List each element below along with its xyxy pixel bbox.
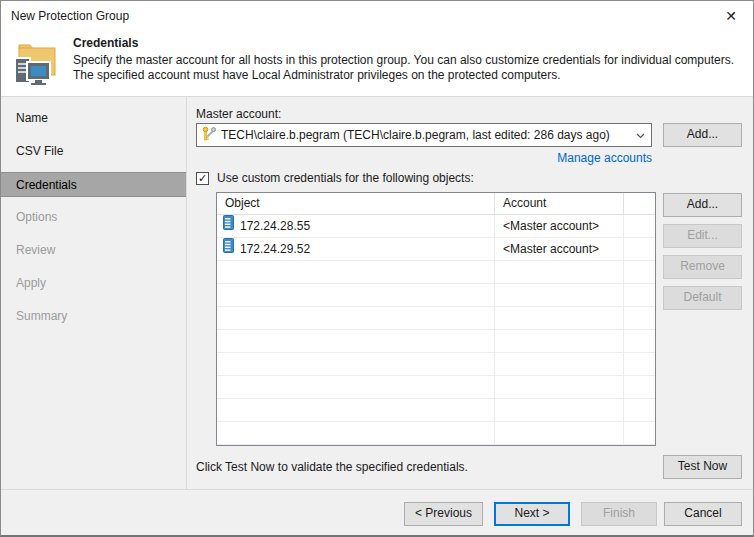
step-title: Credentials: [73, 36, 138, 50]
server-icon: [223, 238, 234, 260]
master-account-dropdown[interactable]: TECH\claire.b.pegram (TECH\claire.b.pegr…: [196, 123, 652, 147]
previous-button[interactable]: < Previous: [404, 502, 483, 526]
step-description: Specify the master account for all hosts…: [73, 53, 743, 83]
empty-row: [217, 353, 655, 376]
server-icon: [223, 215, 234, 237]
empty-row: [217, 284, 655, 307]
next-button[interactable]: Next >: [494, 502, 570, 526]
new-protection-group-dialog: New Protection Group ✕ Credentials Speci…: [0, 0, 754, 537]
step-description-line1: Specify the master account for all hosts…: [73, 53, 743, 68]
default-object-button: Default: [663, 286, 742, 310]
empty-row: [217, 422, 655, 445]
master-account-label: Master account:: [196, 107, 281, 121]
sidebar-item-credentials[interactable]: Credentials: [1, 172, 186, 197]
use-custom-credentials-label[interactable]: Use custom credentials for the following…: [217, 171, 474, 185]
sidebar-item-name[interactable]: Name: [1, 106, 186, 131]
column-header-account[interactable]: Account: [495, 193, 624, 214]
add-master-account-button[interactable]: Add...: [663, 123, 742, 147]
title-bar: New Protection Group ✕: [1, 1, 753, 31]
object-cell: 172.24.29.52: [240, 239, 310, 260]
account-cell: <Master account>: [503, 239, 599, 260]
test-now-hint: Click Test Now to validate the specified…: [196, 460, 468, 474]
column-header-object[interactable]: Object: [217, 193, 495, 214]
keys-icon: [201, 126, 217, 145]
empty-row: [217, 261, 655, 284]
master-account-value: TECH\claire.b.pegram (TECH\claire.b.pegr…: [217, 128, 633, 142]
test-now-button[interactable]: Test Now: [663, 455, 742, 479]
wizard-header: Credentials Specify the master account f…: [1, 31, 753, 97]
sidebar-divider: [186, 96, 187, 489]
step-description-line2: The specified account must have Local Ad…: [73, 68, 743, 83]
wizard-steps-sidebar: Name CSV File Credentials Options Review…: [1, 96, 186, 489]
add-object-button[interactable]: Add...: [663, 193, 742, 217]
empty-row: [217, 399, 655, 422]
empty-row: [217, 376, 655, 399]
finish-button: Finish: [581, 502, 657, 526]
sidebar-item-options: Options: [1, 205, 186, 230]
column-header-spacer: [624, 193, 655, 214]
empty-row: [217, 330, 655, 353]
sidebar-item-review: Review: [1, 238, 186, 263]
edit-object-button: Edit...: [663, 224, 742, 248]
remove-object-button: Remove: [663, 255, 742, 279]
table-row[interactable]: 172.24.28.55 <Master account>: [217, 215, 655, 238]
table-header: Object Account: [217, 193, 655, 215]
account-cell: <Master account>: [503, 216, 599, 237]
table-row[interactable]: 172.24.29.52 <Master account>: [217, 238, 655, 261]
empty-row: [217, 445, 655, 446]
sidebar-item-csv-file[interactable]: CSV File: [1, 139, 186, 164]
close-icon[interactable]: ✕: [715, 4, 747, 28]
sidebar-item-summary: Summary: [1, 304, 186, 329]
folder-computer-icon: [11, 37, 61, 87]
manage-accounts-link[interactable]: Manage accounts: [196, 151, 652, 165]
object-cell: 172.24.28.55: [240, 216, 310, 237]
empty-row: [217, 307, 655, 330]
footer-divider: [1, 489, 753, 490]
use-custom-credentials-checkbox[interactable]: ✓: [196, 172, 209, 185]
sidebar-item-apply: Apply: [1, 271, 186, 296]
cancel-button[interactable]: Cancel: [664, 502, 742, 526]
credentials-table[interactable]: Object Account 172.24.28.55 <Master acco…: [216, 192, 656, 446]
chevron-down-icon: [633, 128, 647, 142]
window-title: New Protection Group: [11, 1, 129, 31]
